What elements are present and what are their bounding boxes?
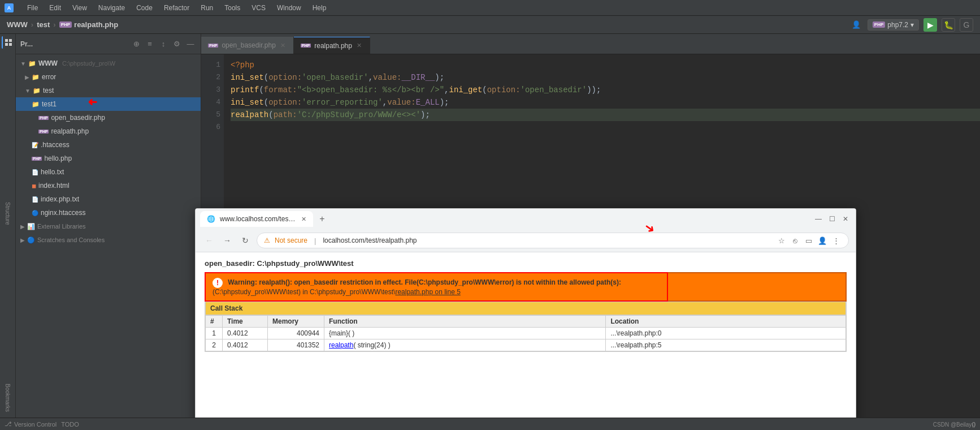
tree-item-hello-txt[interactable]: 📄 hello.txt (16, 165, 201, 179)
menu-help[interactable]: Help (310, 3, 329, 13)
menu-file[interactable]: File (25, 3, 40, 13)
share-icon[interactable]: ⎋ (790, 235, 801, 246)
th-time: Time (223, 316, 268, 328)
panel-btn-scroll[interactable]: ≡ (144, 38, 155, 50)
menu-tools[interactable]: Tools (222, 3, 242, 13)
realpath-link[interactable]: realpath (329, 341, 353, 349)
menu-vcs[interactable]: VCS (249, 3, 268, 13)
browser-reload-btn[interactable]: ↻ (239, 234, 252, 247)
menu-navigate[interactable]: Navigate (96, 3, 127, 13)
browser-chrome: 🌐 www.localhost.com/test/realp... ✕ + — … (196, 209, 856, 252)
sidebar-icons: Structure Bookmarks (0, 34, 16, 418)
php-version-badge[interactable]: PHP php7.2 ▾ (868, 19, 919, 31)
panel-btn-add[interactable]: ⊕ (131, 38, 142, 50)
bookmark-icon[interactable]: ☆ (776, 235, 787, 246)
dropdown-icon: ▾ (910, 21, 914, 29)
version-control-btn[interactable]: ⎇ Version Control (5, 420, 57, 428)
menu-edit[interactable]: Edit (47, 3, 63, 13)
browser-active-tab[interactable]: 🌐 www.localhost.com/test/realp... ✕ (200, 211, 313, 227)
tree-item-scratches[interactable]: ▶ 🔵 Scratches and Consoles (16, 233, 201, 247)
tree-label-index-php-txt: index.php.txt (41, 195, 79, 203)
not-secure-text: Not secure (275, 236, 307, 244)
sidebar-icon-structure[interactable]: Structure (2, 194, 14, 233)
tab-label-open-basedir: open_basedir.php (222, 41, 275, 49)
win-close-btn[interactable]: ✕ (840, 213, 851, 225)
folder-icon: 📁 (32, 74, 40, 81)
titlebar-right: 👤 PHP php7.2 ▾ ▶ 🐛 G (849, 18, 973, 32)
panel-btn-settings[interactable]: ⚙ (171, 38, 183, 50)
php-version-label: php7.2 (887, 21, 908, 29)
user-icon[interactable]: 👤 (817, 235, 828, 246)
tree-item-test1[interactable]: 📁 test1 (16, 97, 201, 111)
tree-item-www[interactable]: ▼ 📁 WWW C:\phpstudy_pro\W (16, 57, 201, 70)
php-file-icon: PHP (38, 130, 49, 134)
th-location: Location (606, 316, 846, 328)
table-row: 1 0.4012 400944 {main}( ) ...\realpath.p… (206, 328, 846, 339)
vc-icon: ⎇ (5, 420, 12, 428)
sidebar-icon-bookmarks[interactable]: Bookmarks (2, 378, 14, 418)
panel-btn-minimize[interactable]: — (185, 38, 196, 50)
sep: | (314, 236, 316, 245)
warning-icon: ⚠ (264, 236, 270, 244)
browser-content: open_basedir: C:\phpstudy_pro\WWW\test !… (196, 252, 856, 418)
statusbar: ⎇ Version Control TODO 0 (0, 418, 980, 430)
tree-item-realpath[interactable]: PHP realpath.php (16, 124, 201, 138)
debug-button[interactable]: 🐛 (942, 18, 955, 32)
tree-item-nginx-htaccess[interactable]: 🔵 nginx.htaccess (16, 206, 201, 220)
chevron-icon: ▼ (20, 61, 26, 67)
error-icon: ! (213, 278, 223, 288)
browser-address-bar[interactable]: ⚠ Not secure | localhost.com/test/realpa… (257, 233, 849, 248)
user-icon[interactable]: 👤 (849, 18, 863, 32)
tree-item-external-libs[interactable]: ▶ 📊 External Libraries (16, 220, 201, 233)
tree-item-index-html[interactable]: ◼ index.html (16, 179, 201, 192)
titlebar: WWW › test › PHP realpath.php 👤 PHP php7… (0, 16, 980, 34)
todo-btn[interactable]: TODO (61, 421, 79, 428)
tree-item-hello-php[interactable]: PHP hello.php (16, 152, 201, 165)
address-url: localhost.com/test/realpath.php (323, 236, 417, 244)
menubar: A File Edit View Navigate Code Refactor … (0, 0, 980, 16)
tab-close-open-basedir[interactable]: ✕ (279, 41, 287, 50)
browser-forward-btn[interactable]: → (220, 234, 234, 247)
callstack-title: Call Stack (210, 304, 242, 312)
scratches-label: Scratches and Consoles (37, 236, 105, 243)
tab-close-realpath[interactable]: ✕ (355, 41, 363, 50)
folder-icon: 📁 (28, 60, 36, 67)
nginx-icon: 🔵 (32, 210, 38, 216)
menu-view[interactable]: View (70, 3, 89, 13)
tab-open-basedir[interactable]: PHP open_basedir.php ✕ (201, 37, 294, 54)
run-button[interactable]: ▶ (923, 18, 937, 32)
tree-item-index-php-txt[interactable]: 📄 index.php.txt (16, 192, 201, 206)
sidebar-icon-project[interactable] (2, 36, 14, 49)
tree-item-test[interactable]: ▼ 📁 test (16, 84, 201, 97)
tree-item-htaccess[interactable]: 📝 .htaccess (16, 138, 201, 152)
menu-refactor[interactable]: Refactor (162, 3, 192, 13)
browser-tab-close[interactable]: ✕ (301, 216, 306, 223)
win-restore-btn[interactable]: ☐ (826, 213, 838, 225)
th-function: Function (324, 316, 606, 328)
error-message-cont: (C:\phpstudy_pro\WWW\test) in C:\phpstud… (213, 288, 461, 296)
extra-button[interactable]: G (960, 18, 973, 32)
menu-run[interactable]: Run (198, 3, 215, 13)
menu-window[interactable]: Window (275, 3, 303, 13)
todo-label: TODO (61, 421, 79, 428)
browser-back-btn[interactable]: ← (202, 234, 216, 247)
more-icon[interactable]: ⋮ (830, 235, 842, 246)
error-container: ! Warning: realpath(): open_basedir rest… (205, 272, 847, 302)
tree-item-open-basedir[interactable]: PHP open_basedir.php (16, 111, 201, 124)
error-box: ! Warning: realpath(): open_basedir rest… (205, 272, 847, 302)
tablet-icon[interactable]: ▭ (803, 235, 814, 246)
table-row: 2 0.4012 401352 realpath( string(24) ) .… (206, 339, 846, 351)
menu-code[interactable]: Code (134, 3, 155, 13)
tab-realpath[interactable]: PHP realpath.php ✕ (294, 37, 370, 54)
svg-rect-3 (9, 43, 12, 46)
lib-icon: 📊 (27, 223, 35, 230)
svg-rect-2 (5, 43, 8, 46)
win-minimize-btn[interactable]: — (813, 213, 824, 225)
tree-label-error: error (42, 73, 56, 81)
code-line-4: ini_set( option: 'error_reporting', valu… (231, 96, 980, 109)
tree-item-error[interactable]: ▶ 📁 error (16, 70, 201, 84)
code-line-1: <?php (231, 59, 980, 71)
browser-new-tab-btn[interactable]: + (315, 212, 329, 226)
panel-btn-collapse[interactable]: ↕ (158, 38, 169, 50)
html-icon: ◼ (32, 183, 36, 189)
